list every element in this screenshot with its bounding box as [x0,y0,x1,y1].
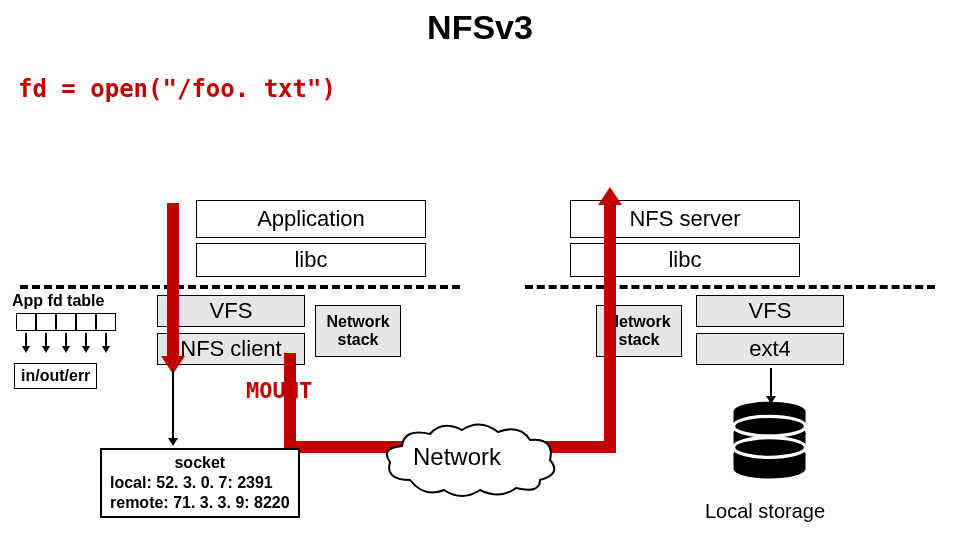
fd-cell [96,313,116,331]
box-client-libc-label: libc [294,247,327,273]
red-path-seg [604,203,616,453]
page-title: NFSv3 [0,8,960,47]
boundary-dashed-left [20,285,460,289]
box-ext4-label: ext4 [749,336,791,362]
box-client-network-stack: Network stack [315,305,401,357]
box-client-vfs-label: VFS [210,298,253,324]
box-nfs-server-label: NFS server [629,206,740,232]
box-nfs-client-label: NFS client [180,336,281,362]
client-netstack-l1: Network [326,313,389,331]
box-application: Application [196,200,426,238]
fd-cell [36,313,56,331]
server-netstack-l1: Network [607,313,670,331]
database-icon [727,400,812,490]
red-path-seg [284,353,296,453]
box-client-vfs: VFS [157,295,305,327]
code-line: fd = open("/foo. txt") [18,75,336,103]
socket-remote: remote: 71. 3. 3. 9: 8220 [110,493,290,513]
box-server-vfs: VFS [696,295,844,327]
fd-cell [16,313,36,331]
fd-table [16,313,116,331]
fd-arrow [102,333,110,353]
mount-label: MOUNT [246,378,312,403]
svg-point-8 [734,459,806,479]
server-netstack-l2: stack [619,331,660,349]
thin-arrow-ext4-to-db [770,368,772,398]
fd-arrow [62,333,70,353]
socket-title: socket [110,453,290,473]
fd-arrow [82,333,90,353]
socket-box: socket local: 52. 3. 0. 7: 2391 remote: … [100,448,300,518]
box-server-vfs-label: VFS [749,298,792,324]
red-arrow-head-server [598,187,622,205]
in-out-err-label: in/out/err [14,363,97,389]
fd-cell [76,313,96,331]
fd-table-label: App fd table [12,292,104,310]
fd-arrow [42,333,50,353]
socket-local: local: 52. 3. 0. 7: 2391 [110,473,290,493]
thin-arrow-nfs-to-socket [172,370,174,440]
red-arrow-down-client [167,203,179,358]
box-server-libc-label: libc [668,247,701,273]
fd-arrow [22,333,30,353]
box-ext4: ext4 [696,333,844,365]
boundary-dashed-right [525,285,935,289]
box-client-libc: libc [196,243,426,277]
network-cloud-label: Network [413,443,501,471]
local-storage-label: Local storage [705,500,825,523]
client-netstack-l2: stack [338,331,379,349]
box-application-label: Application [257,206,365,232]
fd-cell [56,313,76,331]
